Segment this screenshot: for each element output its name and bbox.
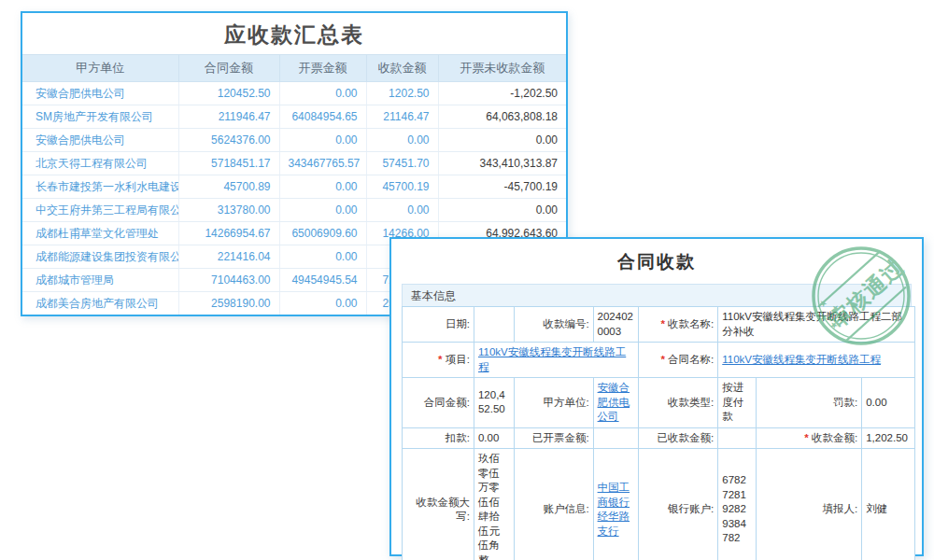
amount-cell: 1202.50 <box>366 82 438 105</box>
amount-cell: -45,700.19 <box>438 175 566 199</box>
required-asterisk: * <box>438 354 446 365</box>
company-cell: 成都美合房地产有限公司 <box>22 292 178 315</box>
amount-cell: 64,063,808.18 <box>438 105 566 129</box>
label-project-cell: * 项目: <box>403 343 474 378</box>
summary-panel-title: 应收款汇总表 <box>22 13 566 54</box>
label-account-info-cell: 账户信息: <box>514 449 593 560</box>
receipt-panel-title: 合同收款 <box>391 250 922 274</box>
amount-cell: 0.00 <box>279 199 366 222</box>
value-received-amount-cell <box>718 427 757 449</box>
link-account-info[interactable]: 中国工商银行经华路支行 <box>598 482 630 537</box>
amount-cell: 57451.70 <box>366 152 438 175</box>
amount-cell: 0.00 <box>279 129 366 152</box>
basic-info-section-header: 基本信息 <box>402 284 912 306</box>
value-contract-amount-cell: 120,452.50 <box>474 378 514 428</box>
amount-cell: 0.00 <box>366 129 438 152</box>
amount-cell: 0.00 <box>279 292 366 315</box>
value-receipt-amount-cell: 1,202.50 <box>862 427 915 449</box>
amount-cell: 0.00 <box>438 199 566 222</box>
link-account-info-cell: 中国工商银行经华路支行 <box>593 449 639 560</box>
table-row: 北京天得工程有限公司5718451.17343467765.5757451.70… <box>22 152 566 175</box>
amount-cell: -1,202.50 <box>438 82 566 105</box>
amount-cell: 45700.89 <box>178 175 279 199</box>
company-cell: 安徽合肥供电公司 <box>22 129 178 152</box>
company-cell: 成都能源建设集团投资有限公司 <box>22 245 178 269</box>
label-receipt-no-cell: 收款编号: <box>514 307 593 343</box>
summary-header-row: 甲方单位 合同金额 开票金额 收款金额 开票未收款金额 <box>22 55 566 82</box>
company-cell: 成都杜甫草堂文化管理处 <box>22 222 178 245</box>
form-row: * 项目:110kV安徽线程集变开断线路工程* 合同名称:110kV安徽线程集变… <box>403 343 915 378</box>
amount-cell: 49454945.54 <box>279 269 366 292</box>
amount-cell: 221416.04 <box>178 245 279 269</box>
value-date-cell <box>474 307 514 343</box>
value-penalty-cell: 0.00 <box>862 378 915 428</box>
amount-cell: 211946.47 <box>178 105 279 129</box>
amount-cell: 14266954.67 <box>178 222 279 245</box>
column-header-party-a: 甲方单位 <box>22 55 178 82</box>
amount-cell: 2598190.00 <box>178 292 279 315</box>
value-receipt-name-cell: 110kV安徽线程集变开断线路工程二部分补收 <box>718 307 915 343</box>
amount-cell: 64084954.65 <box>279 105 366 129</box>
value-filled-by-cell: 刘健 <box>862 449 915 560</box>
column-header-contract: 合同金额 <box>178 55 279 82</box>
value-receipt-no-cell: 2024020003 <box>593 307 639 343</box>
form-row: 日期:收款编号:2024020003* 收款名称:110kV安徽线程集变开断线路… <box>403 307 915 343</box>
receipt-form-table: 日期:收款编号:2024020003* 收款名称:110kV安徽线程集变开断线路… <box>402 306 915 560</box>
link-project[interactable]: 110kV安徽线程集变开断线路工程 <box>478 346 626 372</box>
label-received-amount-cell: 已收款金额: <box>639 427 718 449</box>
column-header-received: 收款金额 <box>366 55 438 82</box>
company-cell: 安徽合肥供电公司 <box>22 82 178 105</box>
required-asterisk: * <box>660 318 668 329</box>
company-cell: 长春市建投第一水利水电建设有限公司 <box>22 175 178 199</box>
amount-cell: 7104463.00 <box>178 269 279 292</box>
label-receipt-amount-cell: * 收款金额: <box>756 427 861 449</box>
amount-cell: 343,410,313.87 <box>438 152 566 175</box>
amount-cell: 5718451.17 <box>178 152 279 175</box>
table-row: 安徽合肥供电公司5624376.000.000.000.00 <box>22 129 566 152</box>
label-receipt-type-cell: 收款类型: <box>639 378 718 428</box>
amount-cell: 0.00 <box>366 199 438 222</box>
link-contract-name-cell: 110kV安徽线程集变开断线路工程 <box>718 343 915 378</box>
value-invoiced-amount-cell <box>593 427 639 449</box>
value-amount-in-words-cell: 玖佰零伍万零伍佰肆拾伍元伍角整 <box>474 449 514 560</box>
required-asterisk: * <box>660 354 668 365</box>
column-header-outstanding: 开票未收款金额 <box>438 55 566 82</box>
amount-cell: 343467765.57 <box>279 152 366 175</box>
company-cell: 成都城市管理局 <box>22 269 178 292</box>
form-row: 收款金额大写:玖佰零伍万零伍佰肆拾伍元伍角整账户信息:中国工商银行经华路支行银行… <box>403 449 915 560</box>
value-receipt-type-cell: 按进度付款 <box>718 378 757 428</box>
required-asterisk: * <box>804 432 812 443</box>
column-header-invoiced: 开票金额 <box>279 55 366 82</box>
amount-cell: 120452.50 <box>178 82 279 105</box>
value-deduction-cell: 0.00 <box>474 427 514 449</box>
amount-cell: 21146.47 <box>366 105 438 129</box>
company-cell: 中交王府井第三工程局有限公司 <box>22 199 178 222</box>
company-cell: 北京天得工程有限公司 <box>22 152 178 175</box>
amount-cell: 65006909.60 <box>279 222 366 245</box>
form-row: 合同金额:120,452.50甲方单位:安徽合肥供电公司收款类型:按进度付款罚款… <box>403 378 915 428</box>
link-project-cell: 110kV安徽线程集变开断线路工程 <box>474 343 638 378</box>
label-contract-amount-cell: 合同金额: <box>403 378 474 428</box>
company-cell: SM房地产开发有限公司 <box>22 105 178 129</box>
label-amount-in-words-cell: 收款金额大写: <box>403 449 474 560</box>
label-date-cell: 日期: <box>403 307 474 343</box>
link-party-a[interactable]: 安徽合肥供电公司 <box>598 382 630 422</box>
label-filled-by-cell: 填报人: <box>756 449 861 560</box>
label-deduction-cell: 扣款: <box>403 427 474 449</box>
link-party-a-cell: 安徽合肥供电公司 <box>593 378 639 428</box>
label-penalty-cell: 罚款: <box>756 378 861 428</box>
amount-cell: 45700.19 <box>366 175 438 199</box>
label-contract-name-cell: * 合同名称: <box>639 343 718 378</box>
amount-cell: 0.00 <box>279 175 366 199</box>
amount-cell: 0.00 <box>279 82 366 105</box>
amount-cell: 5624376.00 <box>178 129 279 152</box>
label-bank-account-cell: 银行账户: <box>639 449 718 560</box>
table-row: 安徽合肥供电公司120452.500.001202.50-1,202.50 <box>22 82 566 105</box>
table-row: SM房地产开发有限公司211946.4764084954.6521146.476… <box>22 105 566 129</box>
link-contract-name[interactable]: 110kV安徽线程集变开断线路工程 <box>722 354 881 365</box>
amount-cell: 0.00 <box>279 245 366 269</box>
amount-cell: 0.00 <box>438 129 566 152</box>
label-receipt-name-cell: * 收款名称: <box>639 307 718 343</box>
contract-receipt-panel: 合同收款 基本信息 日期:收款编号:2024020003* 收款名称:110kV… <box>389 237 924 556</box>
amount-cell: 313780.00 <box>178 199 279 222</box>
